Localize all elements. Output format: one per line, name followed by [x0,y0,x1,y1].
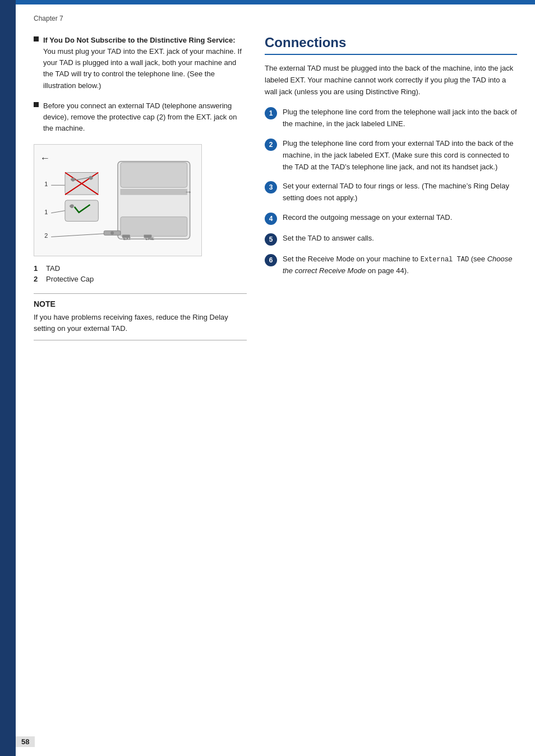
bullet1-heading: If You Do Not Subscribe to the Distincti… [43,36,236,44]
step-3: 3 Set your external TAD to four rings or… [265,181,517,204]
step-num-1: 1 [265,107,277,119]
chapter-label: Chapter 7 [34,15,63,22]
label-num-1: 1 [34,264,41,273]
note-box: NOTE If you have problems receiving faxe… [34,293,247,340]
connections-title: Connections [265,35,517,55]
step-5: 5 Set the TAD to answer calls. [265,233,517,246]
illustration-svg: ← 1 1 2 [34,145,201,256]
bullet-section-2: Before you connect an external TAD (tele… [34,100,247,134]
svg-rect-15 [121,217,187,237]
step-num-5: 5 [265,233,277,246]
step-num-6: 6 [265,254,277,266]
step-4: 4 Record the outgoing message on your ex… [265,212,517,225]
bullet-text-1: If You Do Not Subscribe to the Distincti… [43,35,247,91]
left-sidebar [0,0,16,756]
bullet-icon-2 [34,102,39,107]
page-content: Chapter 7 If You Do Not Subscribe to the… [16,4,535,756]
svg-point-21 [110,232,114,235]
step-num-2: 2 [265,139,277,151]
svg-text:2: 2 [44,232,48,239]
step-text-5: Set the TAD to answer calls. [283,233,517,245]
svg-text:1: 1 [44,209,48,215]
step-text-3: Set your external TAD to four rings or l… [283,181,517,204]
bullet1-body: You must plug your TAD into the EXT. jac… [43,47,242,89]
illustration: ← 1 1 2 [34,144,202,256]
left-column: If You Do Not Subscribe to the Distincti… [34,35,247,340]
note-body: If you have problems receiving faxes, re… [34,312,247,334]
bullet-text-2: Before you connect an external TAD (tele… [43,100,247,134]
step-1: 1 Plug the telephone line cord from the … [265,107,517,130]
step-text-4: Record the outgoing message on your exte… [283,212,517,224]
step-6: 6 Set the Receive Mode on your machine t… [265,253,517,277]
svg-rect-14 [121,189,187,195]
svg-line-6 [51,234,107,237]
bullet-icon-1 [34,36,39,42]
label-item-1: 1 TAD [34,264,247,273]
bullet-section-1: If You Do Not Subscribe to the Distincti… [34,35,247,91]
label-text-1: TAD [46,264,60,273]
chapter-header: Chapter 7 [34,15,517,25]
label-text-2: Protective Cap [46,275,94,283]
step6-code: External TAD [421,256,469,264]
top-bar [16,0,535,4]
connections-intro: The external TAD must be plugged into th… [265,63,517,98]
svg-text:→: → [185,187,192,196]
svg-text:←: ← [40,153,50,164]
note-title: NOTE [34,299,247,308]
step6-link: Choose the correct Receive Mode [283,255,512,275]
svg-rect-13 [121,163,187,188]
step-text-6: Set the Receive Mode on your machine to … [283,253,517,277]
step-text-2: Plug the telephone line cord from your e… [283,138,517,173]
svg-rect-19 [144,235,152,238]
label-num-2: 2 [34,275,41,283]
svg-rect-18 [122,235,130,238]
step-num-4: 4 [265,213,277,225]
step-num-3: 3 [265,181,277,193]
page-number: 58 [16,736,35,747]
labels-list: 1 TAD 2 Protective Cap [34,264,247,283]
right-column: Connections The external TAD must be plu… [265,35,517,285]
svg-text:1: 1 [44,181,48,187]
step-2: 2 Plug the telephone line cord from your… [265,138,517,173]
step-text-1: Plug the telephone line cord from the te… [283,107,517,130]
two-col-layout: If You Do Not Subscribe to the Distincti… [34,35,517,340]
label-item-2: 2 Protective Cap [34,275,247,283]
